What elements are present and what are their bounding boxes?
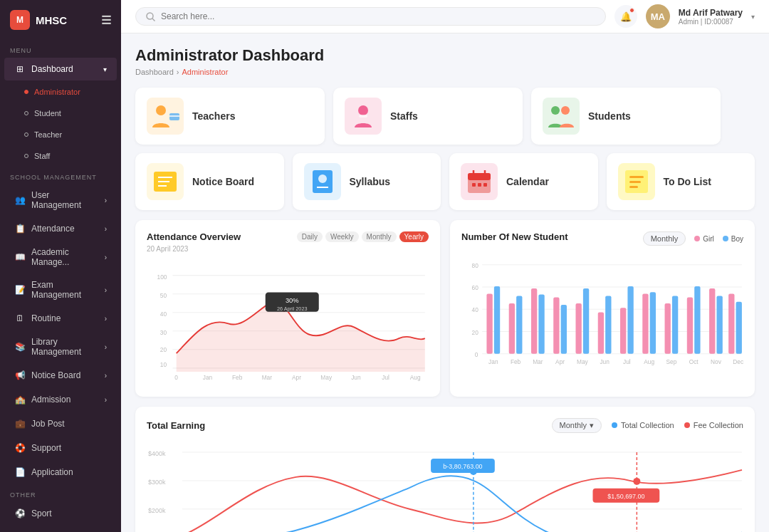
students-icon — [545, 100, 577, 132]
stat-card-staffs[interactable]: Staffs — [333, 88, 523, 145]
svg-text:0: 0 — [174, 374, 178, 381]
svg-text:Apr: Apr — [292, 374, 301, 381]
svg-line-1 — [152, 19, 155, 21]
search-icon — [146, 12, 155, 21]
legend-dot-boy — [723, 236, 728, 241]
svg-rect-74 — [620, 308, 626, 354]
sidebar-item-admission[interactable]: 🏫 Admission › — [4, 388, 117, 411]
syllabus-icon — [308, 167, 337, 196]
attendance-chart-top: Attendance Overview 20 April 2023 Daily … — [147, 231, 429, 259]
earning-controls: Monthly ▾ Total Collection Fee Collectio… — [552, 418, 743, 433]
charts-row: Attendance Overview 20 April 2023 Daily … — [135, 220, 755, 397]
svg-point-0 — [147, 13, 153, 19]
svg-rect-26 — [629, 186, 638, 188]
sport-icon: ⚽ — [14, 508, 26, 519]
attendance-icon: 📋 — [14, 223, 26, 234]
svg-text:Jan: Jan — [203, 374, 213, 381]
sidebar-item-teacher[interactable]: Teacher — [4, 125, 117, 145]
attendance-controls: Daily Weekly Monthly Yearly — [297, 231, 429, 242]
search-box[interactable] — [135, 7, 606, 26]
syllabus-icon-bg — [304, 163, 341, 200]
sidebar-label-student: Student — [34, 109, 61, 118]
stat-card-students[interactable]: Students — [531, 88, 721, 145]
notification-bell[interactable]: 🔔 — [614, 5, 637, 28]
sidebar-item-dashboard[interactable]: ⊞ Dashboard ▾ — [4, 58, 117, 80]
sidebar-item-notice[interactable]: 📢 Notice Board › — [4, 364, 117, 387]
btn-yearly[interactable]: Yearly — [399, 231, 429, 242]
svg-text:$300k: $300k — [148, 479, 166, 486]
attendance-chart-date: 20 April 2023 — [147, 245, 241, 253]
stat-cards-row2: Notice Board Syllabus — [135, 153, 755, 210]
svg-text:100: 100 — [157, 273, 167, 281]
svg-text:40: 40 — [472, 306, 479, 313]
svg-text:Aug: Aug — [644, 358, 654, 365]
legend-girl: Girl — [694, 235, 714, 243]
earning-legend: Total Collection Fee Collection — [612, 421, 743, 429]
sidebar-item-user-management[interactable]: 👥 User Management › — [4, 184, 117, 216]
chevron-icon: › — [105, 197, 107, 204]
new-student-svg: 80 60 40 20 0 — [461, 251, 743, 381]
btn-weekly[interactable]: Weekly — [325, 231, 359, 242]
sidebar-item-library[interactable]: 📚 Library Management › — [4, 331, 117, 363]
stat-card-calendar[interactable]: Calendar — [449, 153, 598, 210]
sidebar-item-jobpost[interactable]: 💼 Job Post — [4, 412, 117, 435]
academic-icon: 📖 — [14, 251, 26, 263]
btn-monthly[interactable]: Monthly — [362, 231, 397, 242]
earning-header: Total Earning Monthly ▾ Total Collection… — [147, 418, 743, 433]
sidebar-item-application[interactable]: 📄 Application — [4, 461, 117, 484]
stat-card-notice[interactable]: Notice Board — [135, 153, 284, 210]
notice-icon: 📢 — [14, 370, 26, 381]
new-student-controls: Monthly Girl Boy — [643, 231, 743, 246]
todo-icon — [622, 167, 651, 196]
sidebar-item-academic[interactable]: 📖 Academic Manage... › — [4, 241, 117, 273]
sidebar-item-routine[interactable]: 🗓 Routine › — [4, 307, 117, 330]
stat-card-todo[interactable]: To Do List — [607, 153, 755, 210]
dashboard-icon: ⊞ — [14, 63, 26, 75]
sidebar-item-student[interactable]: Student — [4, 103, 117, 123]
sidebar-item-transport[interactable]: 🚌 Transport — [4, 526, 117, 532]
routine-icon: 🗓 — [14, 313, 26, 324]
earning-dropdown[interactable]: Monthly ▾ — [552, 418, 602, 433]
svg-text:Sep: Sep — [666, 358, 676, 365]
svg-text:Jul: Jul — [623, 358, 631, 365]
application-icon: 📄 — [14, 466, 26, 478]
svg-rect-64 — [509, 303, 515, 354]
staffs-icon — [347, 100, 379, 132]
svg-text:40: 40 — [160, 311, 167, 318]
sidebar-item-staff[interactable]: Staff — [4, 146, 117, 166]
new-student-chart-card: Number Of New Student Monthly Girl Boy — [450, 220, 755, 397]
sidebar-label-jobpost: Job Post — [31, 419, 65, 429]
svg-text:Mar: Mar — [262, 374, 273, 381]
stat-card-syllabus[interactable]: Syllabus — [293, 153, 441, 210]
sidebar-item-attendance[interactable]: 📋 Attendance › — [4, 217, 117, 240]
new-student-dropdown[interactable]: Monthly — [643, 231, 686, 246]
sidebar-label-teacher: Teacher — [34, 130, 62, 139]
svg-rect-73 — [605, 296, 611, 354]
btn-daily[interactable]: Daily — [297, 231, 323, 242]
sidebar-item-sport[interactable]: ⚽ Sport — [4, 502, 117, 525]
app-name: MHSC — [36, 14, 67, 26]
stat-card-teachers[interactable]: Teachers — [135, 88, 325, 145]
svg-text:80: 80 — [472, 262, 479, 269]
svg-rect-81 — [694, 286, 700, 354]
attendance-chart-card: Attendance Overview 20 April 2023 Daily … — [135, 220, 440, 397]
search-input[interactable] — [161, 11, 595, 21]
sidebar-item-administrator[interactable]: Administrator — [4, 82, 117, 102]
sidebar-item-exam[interactable]: 📝 Exam Management › — [4, 274, 117, 306]
user-name: Md Arif Patwary — [679, 8, 743, 18]
svg-text:50: 50 — [160, 292, 167, 299]
svg-rect-78 — [665, 303, 671, 354]
sidebar-label-admission: Admission — [31, 395, 70, 405]
legend-fee: Fee Collection — [684, 421, 743, 429]
admission-icon: 🏫 — [14, 394, 26, 405]
sidebar-label-academic: Academic Manage... — [31, 247, 99, 267]
teachers-icon-bg — [147, 98, 184, 135]
sidebar-item-support[interactable]: 🛟 Support — [4, 437, 117, 459]
hamburger-icon[interactable]: ☰ — [101, 14, 111, 27]
stat-label-teachers: Teachers — [192, 110, 235, 122]
sidebar-label-support: Support — [31, 443, 61, 453]
svg-text:Jul: Jul — [382, 374, 389, 381]
svg-rect-66 — [531, 288, 537, 354]
stat-label-todo: To Do List — [664, 176, 711, 187]
user-dropdown-chevron[interactable]: ▾ — [751, 13, 755, 21]
